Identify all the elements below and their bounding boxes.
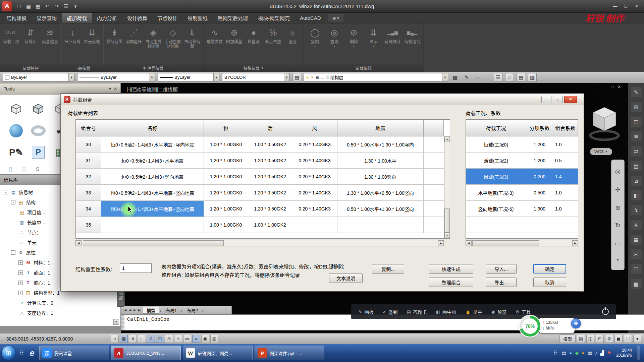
cell-combo[interactable]: 1.4 bbox=[553, 169, 578, 185]
element-load-button[interactable]: ⇊单元荷载 bbox=[82, 26, 102, 44]
layer-filter-icon[interactable]: ≔ bbox=[474, 73, 482, 82]
ribbon-options-button[interactable]: ◉▾ bbox=[328, 14, 343, 22]
layer-freeze-sun-icon[interactable]: ☀ bbox=[310, 75, 314, 80]
scrollbar-thumb[interactable] bbox=[472, 240, 539, 246]
cell-wind[interactable]: 0.20 * 1.40GK3 bbox=[292, 153, 337, 169]
manual-closed-surface-button[interactable]: ◇手动生成封闭面 bbox=[163, 26, 182, 49]
dialog-minimize-icon[interactable]: — bbox=[541, 96, 551, 103]
column-header-combo[interactable]: 组合系数 bbox=[553, 120, 578, 136]
scroll-down-icon[interactable]: ▼ bbox=[444, 233, 450, 238]
tray-network-icon[interactable]: ▟ bbox=[600, 350, 604, 356]
load-statistics-button[interactable]: ▂▄▆荷载统计 bbox=[383, 26, 402, 44]
load-case-button[interactable]: DLW荷载工况 bbox=[1, 26, 21, 44]
image-tool-icon[interactable]: P bbox=[32, 146, 45, 159]
seismic-params-button[interactable]: ∿地震参数 bbox=[205, 26, 224, 44]
cell-dead[interactable]: 1.20 * 1.00GK0 bbox=[204, 201, 248, 217]
transfer-range-button[interactable]: ⇟导荷范围 bbox=[105, 26, 124, 44]
tools-button[interactable]: ⚙工具 bbox=[516, 308, 531, 315]
cell-id[interactable]: 35 bbox=[76, 217, 101, 233]
layout-quickview-icon[interactable]: ▤ bbox=[577, 335, 585, 343]
group-view-icon[interactable]: # bbox=[505, 73, 514, 82]
taskbar-app-wps[interactable]: W 轩锐网架、网壳... bbox=[183, 346, 253, 360]
load-library-button[interactable]: ⇵荷载库 bbox=[21, 26, 40, 44]
tab-apply-loads[interactable]: 施加荷载 bbox=[62, 13, 92, 23]
case-row-empty[interactable] bbox=[466, 217, 578, 233]
cell-factor[interactable]: 1.200 bbox=[526, 136, 553, 153]
importance-factor-input[interactable] bbox=[120, 263, 152, 273]
taskbar-app-3d3s[interactable]: A 3D3S14.0.2_win3... bbox=[111, 346, 181, 360]
query-load-button[interactable]: ◎查询▾ bbox=[325, 26, 344, 48]
table-row-32[interactable]: 32 恒0+0.5活2+1.4风3+竖向地震 1.20 * 1.00GK0 1.… bbox=[76, 169, 450, 185]
cell-id[interactable]: 33 bbox=[76, 185, 101, 201]
mass-source-button[interactable]: ●质量源 bbox=[244, 26, 263, 44]
cell-name[interactable] bbox=[101, 217, 204, 233]
minimize-icon[interactable]: — bbox=[610, 2, 621, 11]
raise-hand-button[interactable]: ☝举手 bbox=[465, 308, 482, 315]
restore-icon[interactable]: □ bbox=[611, 84, 613, 89]
cell-live[interactable]: 1.20 * 0.50GK2 bbox=[248, 201, 292, 217]
pan-icon[interactable]: ✛ bbox=[615, 186, 621, 193]
cell-id[interactable]: 32 bbox=[76, 169, 101, 185]
tray-360-icon[interactable]: ● bbox=[582, 350, 584, 356]
cell-extra[interactable] bbox=[424, 169, 444, 185]
table-row-34-selected[interactable]: 34 恒0+0.5活2+1.4风3+水平地震+竖向地震 1.20 * 1.00G… bbox=[76, 201, 450, 217]
tab-drawing[interactable]: 绘制图纸 bbox=[182, 13, 213, 23]
cell-case[interactable]: 风载(工况3) bbox=[466, 169, 526, 185]
tray-qq-icon[interactable]: ● bbox=[569, 350, 572, 356]
cell-quake[interactable]: 1.30 * 1.00水平+0.50 * 1.00竖向 bbox=[337, 185, 424, 201]
cell-extra[interactable] bbox=[424, 217, 444, 233]
layer-dropdown[interactable]: ● ☀ ◼ ▭ □ 结构层 ▼ bbox=[304, 73, 448, 81]
undo-icon[interactable]: ↶ bbox=[43, 2, 52, 11]
cell-factor[interactable]: 0.200 bbox=[526, 169, 553, 185]
cell-id[interactable]: 34 bbox=[76, 201, 101, 217]
table-view-icon[interactable]: ▤ bbox=[517, 73, 525, 82]
viewcube[interactable] bbox=[587, 105, 622, 143]
auto-load-transfer-button[interactable]: ⇓自动导荷载 bbox=[182, 26, 202, 49]
case-row-live[interactable]: 活载(工况2) 1.200 0.5 bbox=[466, 153, 578, 169]
import-button[interactable]: 导入... bbox=[486, 264, 517, 274]
vertical-scrollbar[interactable]: ▲ ▼ bbox=[444, 136, 450, 238]
pip-button[interactable]: ◧画中画 bbox=[436, 308, 456, 315]
redo-icon[interactable]: ↷ bbox=[52, 2, 61, 11]
cell-dead[interactable]: 1.20 * 1.00GK0 bbox=[204, 185, 248, 201]
cell-case[interactable]: 水平地震(工况-3) bbox=[466, 185, 526, 201]
cell-quake[interactable]: 0.50 * 1.00水平+1.30 * 1.00竖向 bbox=[337, 201, 424, 217]
fullscreen-icon[interactable]: ⛶ bbox=[624, 335, 632, 343]
dialog-close-icon[interactable]: ✕ bbox=[564, 96, 577, 103]
restore-icon[interactable]: □ bbox=[621, 2, 631, 11]
list-view-icon[interactable]: ☰ bbox=[494, 73, 502, 82]
layer-on-bulb-icon[interactable]: ● bbox=[306, 75, 309, 80]
palette-menu-icon[interactable]: ▾ bbox=[109, 86, 111, 91]
cell-combo[interactable]: 1.0 bbox=[553, 201, 578, 217]
hatch-tool-icon[interactable]: # bbox=[631, 220, 642, 230]
cell-extra[interactable] bbox=[424, 136, 444, 153]
collapse-icon[interactable]: - bbox=[11, 250, 15, 255]
viewport-controls-label[interactable]: [-][西南等轴测][二维线框] bbox=[127, 86, 178, 93]
detail-view-icon[interactable]: ▥ bbox=[528, 73, 537, 82]
taskbar-app-ppt[interactable]: P 网架课件.ppt - ... bbox=[255, 346, 324, 360]
expand-icon[interactable]: + bbox=[18, 281, 23, 285]
signin-button[interactable]: ✔签到 bbox=[383, 308, 398, 315]
color-dropdown[interactable]: ByLayer▼ bbox=[3, 73, 74, 81]
column-header-live[interactable]: 活 bbox=[248, 120, 292, 136]
3d-osnap-icon[interactable]: ⊕ bbox=[165, 335, 173, 343]
column-header-id[interactable]: 组合号 bbox=[76, 120, 101, 136]
node-load-button[interactable]: ↓节点荷载 bbox=[63, 26, 82, 44]
snap-icon[interactable]: ▦ bbox=[120, 335, 128, 343]
tree-item-support[interactable]: △支座边界：1 bbox=[0, 308, 120, 318]
cell-extra[interactable] bbox=[424, 201, 444, 217]
tab-layout2[interactable]: 布局2 bbox=[183, 307, 201, 314]
cell-factor[interactable] bbox=[526, 217, 553, 233]
tab-internal-force[interactable]: 内力分析 bbox=[92, 13, 122, 23]
layer-properties-icon[interactable]: ▤ bbox=[292, 73, 301, 82]
tab-model[interactable]: 模型 bbox=[143, 307, 159, 314]
palette-close-icon[interactable]: ✕ bbox=[114, 86, 117, 91]
workspace-gear-icon[interactable]: ⚙ bbox=[605, 335, 613, 343]
panel-label[interactable]: 荷载编辑 bbox=[304, 64, 423, 72]
add-dummy-member-button[interactable]: ⋰添加虚杆 bbox=[124, 26, 144, 44]
cell-quake[interactable]: 1.30 * 1.00竖向 bbox=[337, 169, 424, 185]
bolt-tool-icon[interactable]: ↯ bbox=[631, 205, 642, 215]
wind-info-button[interactable]: ≋风总信息 bbox=[40, 26, 60, 44]
preview-button[interactable]: ◉预览 bbox=[491, 308, 506, 315]
panel-label[interactable]: 特殊荷载▼ bbox=[204, 64, 304, 72]
